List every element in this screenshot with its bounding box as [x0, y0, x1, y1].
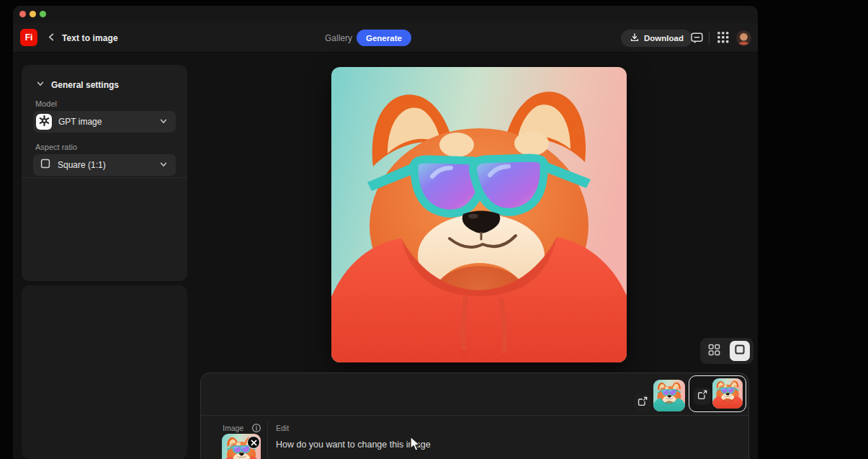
apps-grid-button[interactable] [717, 31, 730, 44]
edit-label: Edit [276, 424, 289, 432]
general-settings-panel: General settings Model GPT image Aspect … [22, 65, 187, 281]
mouse-cursor [408, 435, 424, 453]
chevron-down-icon [159, 115, 168, 128]
composer-divider [201, 415, 748, 416]
close-window-icon[interactable] [19, 11, 26, 17]
waffle-grid-icon [717, 34, 730, 46]
page-title: Text to image [62, 23, 118, 53]
macos-titlebar [13, 6, 758, 23]
header-divider [709, 32, 710, 44]
info-icon[interactable] [251, 423, 261, 433]
general-settings-header[interactable]: General settings [36, 79, 119, 90]
minimize-window-icon[interactable] [30, 11, 36, 17]
single-view-button[interactable] [730, 341, 750, 361]
download-button[interactable]: Download [621, 30, 692, 47]
history-item-selected [689, 375, 746, 412]
generate-button[interactable]: Generate [357, 30, 411, 46]
model-dropdown[interactable]: GPT image [33, 111, 176, 133]
feedback-button[interactable] [690, 31, 704, 45]
firefly-logo[interactable]: Fi [20, 29, 37, 46]
aspect-ratio-dropdown[interactable]: Square (1:1) [33, 154, 176, 176]
gpt-model-icon [36, 114, 52, 130]
sidebar-divider [22, 177, 187, 178]
app-header: Fi Text to image Gallery Generate Downlo… [13, 23, 758, 53]
tab-gallery[interactable]: Gallery [325, 23, 352, 53]
attachment-label: Image [223, 424, 243, 432]
export-image-button[interactable] [634, 394, 651, 411]
model-value: GPT image [58, 117, 159, 127]
composer-vertical-divider [267, 421, 268, 459]
export-icon [697, 390, 707, 403]
prompt-composer: Image [200, 373, 749, 459]
chevron-left-icon [47, 32, 56, 45]
history-thumbnail-teal[interactable] [653, 380, 685, 411]
export-image-button[interactable] [694, 388, 711, 405]
aspect-ratio-value: Square (1:1) [58, 160, 159, 170]
single-view-icon [734, 344, 746, 358]
generated-image[interactable] [331, 67, 627, 362]
close-icon [251, 436, 257, 449]
grid-view-icon [708, 344, 720, 359]
zoom-window-icon[interactable] [40, 11, 46, 17]
model-label: Model [35, 99, 57, 108]
back-button[interactable] [45, 32, 58, 45]
speech-bubble-icon [690, 35, 704, 47]
avatar[interactable] [736, 30, 751, 45]
aspect-ratio-label: Aspect ratio [35, 143, 77, 151]
section-title: General settings [51, 80, 119, 90]
view-toggle [700, 338, 753, 364]
history-thumbnail-coral[interactable] [712, 378, 743, 409]
chevron-down-icon [159, 159, 168, 171]
sidebar-lower-panel [22, 285, 187, 459]
grid-view-button[interactable] [704, 341, 724, 361]
export-icon [637, 396, 648, 409]
app-window: Fi Text to image Gallery Generate Downlo… [13, 6, 758, 459]
remove-attachment-button[interactable] [247, 436, 260, 449]
download-label: Download [644, 34, 684, 43]
square-aspect-icon [40, 159, 50, 171]
chevron-down-icon [36, 79, 45, 90]
download-icon [630, 32, 640, 44]
